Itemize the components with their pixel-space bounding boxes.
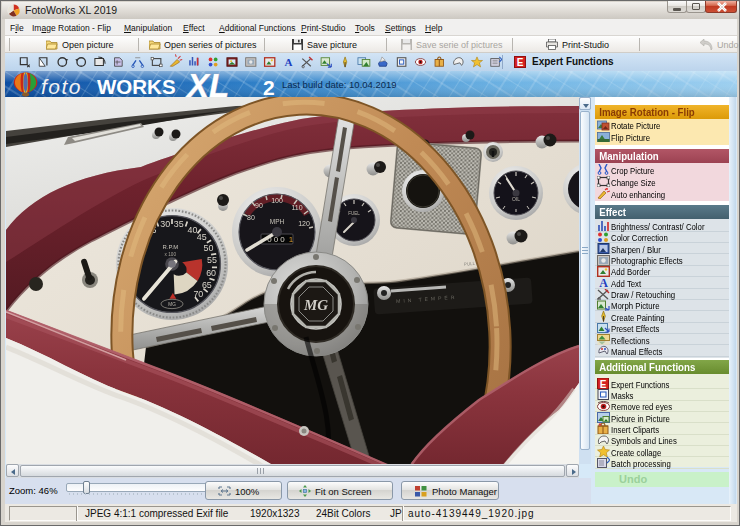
svg-text:1: 1 — [289, 235, 294, 244]
svg-text:Last build date: 10.04.2019: Last build date: 10.04.2019 — [282, 79, 397, 90]
svg-text:foto: foto — [41, 75, 82, 97]
svg-text:65: 65 — [202, 280, 212, 290]
svg-text:XL: XL — [185, 71, 229, 97]
svg-text:80: 80 — [247, 214, 255, 221]
svg-text:E: E — [600, 379, 607, 390]
svg-text:60: 60 — [206, 268, 216, 278]
svg-text:MG: MG — [168, 302, 176, 307]
svg-text:35: 35 — [174, 219, 184, 229]
svg-text:55: 55 — [207, 255, 217, 265]
svg-text:x 100: x 100 — [165, 252, 177, 257]
svg-text:30: 30 — [160, 219, 170, 229]
svg-text:OIL: OIL — [512, 196, 520, 202]
svg-text:WORKS: WORKS — [97, 75, 176, 97]
svg-text:110: 110 — [291, 204, 302, 211]
svg-text:50: 50 — [204, 243, 214, 253]
svg-text:120: 120 — [298, 220, 310, 227]
svg-text:A: A — [599, 277, 608, 288]
svg-text:R.P.M: R.P.M — [162, 244, 178, 250]
svg-text:MG: MG — [303, 297, 328, 313]
svg-text:2: 2 — [263, 76, 275, 97]
svg-text:FUEL: FUEL — [348, 211, 360, 216]
svg-text:MPH: MPH — [270, 218, 285, 225]
svg-text:40: 40 — [187, 225, 197, 235]
svg-text:90: 90 — [255, 202, 263, 209]
svg-text:A: A — [285, 56, 293, 68]
